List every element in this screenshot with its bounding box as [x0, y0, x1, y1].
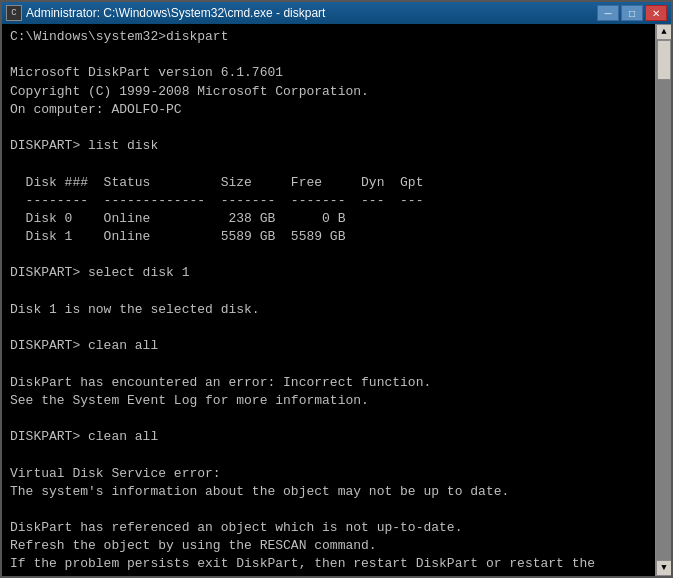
cmd-window: C Administrator: C:\Windows\System32\cmd…: [0, 0, 673, 578]
scrollbar-thumb[interactable]: [657, 40, 671, 80]
minimize-button[interactable]: ─: [597, 5, 619, 21]
title-bar-controls: ─ □ ✕: [597, 5, 667, 21]
content-area: C:\Windows\system32>diskpart Microsoft D…: [2, 24, 671, 576]
scrollbar[interactable]: ▲ ▼: [655, 24, 671, 576]
title-bar-left: C Administrator: C:\Windows\System32\cmd…: [6, 5, 325, 21]
close-button[interactable]: ✕: [645, 5, 667, 21]
scrollbar-track[interactable]: [656, 40, 671, 560]
title-bar: C Administrator: C:\Windows\System32\cmd…: [2, 2, 671, 24]
window-icon: C: [6, 5, 22, 21]
terminal-output[interactable]: C:\Windows\system32>diskpart Microsoft D…: [2, 24, 655, 576]
maximize-button[interactable]: □: [621, 5, 643, 21]
window-title: Administrator: C:\Windows\System32\cmd.e…: [26, 6, 325, 20]
scroll-down-button[interactable]: ▼: [656, 560, 671, 576]
scroll-up-button[interactable]: ▲: [656, 24, 671, 40]
